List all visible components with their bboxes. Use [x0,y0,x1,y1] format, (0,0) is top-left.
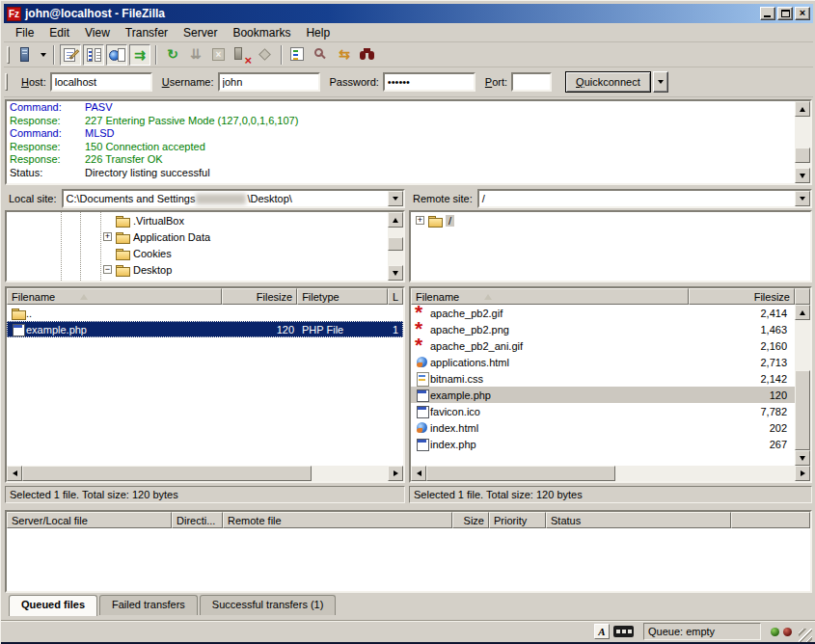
tab-failed-transfers[interactable]: Failed transfers [99,595,198,615]
port-input[interactable] [511,72,552,92]
scroll-left-button[interactable] [411,466,426,481]
file-row[interactable]: index.html202 [411,419,810,436]
password-input[interactable] [383,72,475,92]
tree-item-cookies[interactable]: Cookies [7,245,403,261]
scroll-down-button[interactable] [795,450,810,466]
column-filetype[interactable]: Filetype [297,288,388,305]
data-type-ascii-icon[interactable]: A [594,624,610,639]
queue-header: Server/Local file Directi... Remote file… [7,512,810,528]
local-site-dropdown[interactable] [388,191,403,206]
speed-limits-icon[interactable] [613,626,634,637]
tree-item-application-data[interactable]: + Application Data [7,228,403,245]
column-filename[interactable]: Filename [7,288,222,305]
scroll-up-button[interactable] [795,305,810,320]
synchronized-browsing-button[interactable]: ⇆ [334,44,355,66]
menu-transfer[interactable]: Transfer [118,24,176,41]
scrollbar-thumb[interactable] [426,466,615,481]
column-filename[interactable]: Filename [411,288,689,305]
scroll-right-button[interactable] [388,466,403,481]
refresh-button[interactable]: ↻ [162,44,183,66]
remote-site-dropdown[interactable] [795,191,810,206]
column-filesize[interactable]: Filesize [222,288,297,305]
tree-item-virtualbox[interactable]: .VirtualBox [7,212,403,228]
menu-view[interactable]: View [77,24,118,41]
column-priority[interactable]: Priority [489,512,546,528]
file-row[interactable]: favicon.ico7,782 [411,403,810,419]
file-row[interactable]: applications.html2,713 [411,354,810,370]
process-queue-button[interactable]: ⇊ [185,44,206,66]
remote-list-hscrollbar[interactable] [411,466,810,481]
minimize-button[interactable] [760,7,775,20]
remote-site-combo[interactable]: / [477,189,812,208]
close-button[interactable]: × [795,7,810,20]
column-remote-file[interactable]: Remote file [223,512,452,528]
expand-icon[interactable]: + [103,232,112,241]
cancel-operation-button[interactable]: × [208,44,230,66]
binoculars-icon [360,51,366,60]
site-manager-button[interactable] [14,44,36,66]
disconnect-button[interactable]: × [231,44,253,66]
host-input[interactable] [50,72,152,92]
file-row-example-php[interactable]: example.php 120 PHP File 1 [7,321,403,337]
menu-bookmarks[interactable]: Bookmarks [225,24,298,41]
column-filesize[interactable]: Filesize [689,288,795,305]
scroll-right-button[interactable] [795,466,810,481]
column-status[interactable]: Status [546,512,731,528]
remote-list-scrollbar[interactable] [795,305,810,466]
column-last-modified[interactable]: L [388,288,403,305]
file-row[interactable]: index.php267 [411,436,810,452]
menu-edit[interactable]: Edit [41,24,77,41]
scroll-up-button[interactable] [795,101,810,117]
column-size[interactable]: Size [452,512,489,528]
log-scrollbar[interactable] [795,101,810,183]
scroll-down-button[interactable] [388,265,403,281]
menu-server[interactable]: Server [176,24,225,41]
collapse-icon[interactable]: − [103,265,112,274]
local-tree-scrollbar[interactable] [388,212,403,281]
local-site-combo[interactable]: C:\Documents and Settings\Desktop\ [62,189,405,208]
scrollbar-thumb[interactable] [388,237,403,251]
scroll-up-button[interactable] [388,212,403,228]
column-direction[interactable]: Directi... [172,512,223,528]
toolbar-grip[interactable] [7,46,10,64]
scrollbar-thumb[interactable] [795,148,810,163]
column-server-local-file[interactable]: Server/Local file [7,512,172,528]
tree-item-desktop[interactable]: − Desktop [7,261,403,278]
scrollbar-thumb[interactable] [22,466,312,481]
scroll-left-button[interactable] [7,466,22,481]
menu-help[interactable]: Help [298,24,338,41]
reconnect-button[interactable] [255,44,276,66]
maximize-button[interactable] [777,7,793,20]
file-row[interactable]: apache_pb2.gif2,414 [411,305,810,321]
local-list-hscrollbar[interactable] [7,466,403,481]
tree-item-root[interactable]: + / [411,212,810,228]
tab-successful-transfers[interactable]: Successful transfers (1) [200,595,337,615]
toggle-message-log-button[interactable] [60,44,81,66]
menu-file[interactable]: File [8,24,41,41]
tab-queued-files[interactable]: Queued files [9,595,97,616]
site-manager-dropdown[interactable] [37,44,49,66]
toggle-remote-tree-button[interactable] [106,44,127,66]
scroll-down-button[interactable] [795,168,810,183]
file-row[interactable]: apache_pb2.png1,463 [411,321,810,337]
toggle-transfer-queue-button[interactable]: ⇉ [129,44,150,66]
expand-icon[interactable]: + [416,216,424,225]
file-row-example-php[interactable]: example.php120 [411,387,810,403]
username-input[interactable] [218,72,320,92]
scrollbar-thumb[interactable] [795,370,810,450]
file-row-parent-dir[interactable]: .. [7,305,403,321]
toggle-local-tree-button[interactable] [83,44,104,66]
quickconnect-grip[interactable] [5,73,8,91]
file-row[interactable]: apache_pb2_ani.gif2,160 [411,337,810,354]
local-tree: .VirtualBox + Application Data Cookies −… [5,210,405,282]
password-label: Password: [330,76,379,88]
filter-button[interactable] [287,44,309,66]
directory-comparison-button[interactable] [311,44,332,66]
quickconnect-button[interactable]: Quickconnect [565,71,651,93]
file-row[interactable]: bitnami.css2,142 [411,370,810,387]
toolbar-separator [155,45,157,65]
find-files-button[interactable] [357,44,378,66]
resize-grip[interactable] [799,629,812,642]
message-log: Command:PASV Response:227 Entering Passi… [5,99,812,185]
quickconnect-dropdown[interactable] [653,71,668,93]
